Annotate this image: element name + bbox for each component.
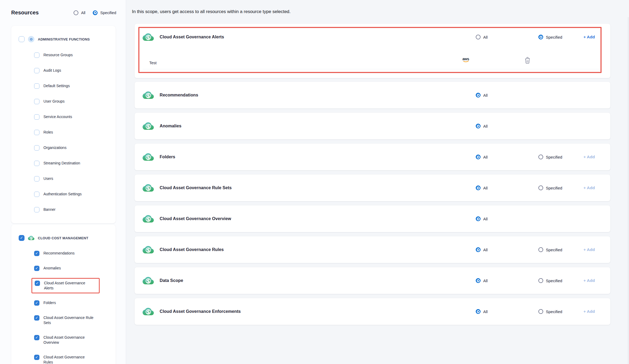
option-specified-radio[interactable]: [538, 185, 543, 190]
option-all-radio[interactable]: [476, 124, 481, 128]
option-all-radio[interactable]: [476, 309, 481, 314]
scope-option-all: All: [74, 10, 85, 15]
sidebar-item-label: User Groups: [43, 99, 64, 104]
option-specified-label: Specified: [546, 248, 562, 252]
item-checkbox[interactable]: [34, 83, 39, 89]
option-all-radio[interactable]: [476, 278, 481, 283]
resource-row-title: Cloud Asset Governance Alerts: [160, 35, 224, 39]
resource-scope-panel: In this scope, users get access to all r…: [126, 0, 629, 364]
cloud-dollar-icon: $: [143, 120, 154, 132]
item-checkbox[interactable]: [34, 176, 39, 181]
svg-text:$: $: [30, 237, 32, 240]
option-all: All: [476, 24, 488, 50]
option-all: All: [476, 175, 488, 201]
scope-radio-group: All Specified: [74, 10, 116, 15]
item-checkbox[interactable]: [34, 335, 39, 340]
group-header-cloud-cost-management: $CLOUD COST MANAGEMENT: [19, 235, 110, 241]
option-all: All: [476, 205, 488, 232]
scope-all-radio[interactable]: [74, 10, 78, 15]
sidebar-item-resource-groups: Resource Groups: [34, 52, 110, 58]
item-checkbox[interactable]: [34, 266, 39, 271]
sidebar-item-cloud-asset-governance-rules: Cloud Asset Governance Rules: [34, 355, 110, 364]
resource-row-header: $Anomalies: [135, 113, 610, 139]
option-specified: Specified: [538, 298, 562, 325]
add-button[interactable]: + Add: [583, 267, 595, 294]
group-checkbox[interactable]: [19, 235, 25, 241]
option-specified: Specified: [538, 144, 562, 170]
resource-row-title: Anomalies: [160, 124, 182, 128]
option-all-radio[interactable]: [476, 155, 481, 159]
sidebar-item-label: Cloud Asset Governance Alerts: [44, 281, 95, 291]
svg-text:$: $: [147, 247, 150, 253]
add-button[interactable]: + Add: [583, 24, 595, 50]
sidebar-item-label: Organizations: [43, 145, 66, 150]
sidebar-item-streaming-destination: Streaming Destination: [34, 161, 110, 166]
cloud-dollar-icon: $: [143, 244, 154, 255]
sidebar-item-label: Audit Logs: [43, 68, 61, 73]
option-specified-radio[interactable]: [538, 247, 543, 252]
option-all: All: [476, 267, 488, 294]
item-checkbox[interactable]: [34, 315, 39, 321]
option-all: All: [476, 236, 488, 263]
scope-option-specified: Specified: [93, 10, 116, 15]
add-button[interactable]: + Add: [583, 298, 595, 325]
option-specified: Specified: [538, 236, 562, 263]
resources-sidebar: Resources All Specified ⚙ADMINISTRATIVE …: [0, 0, 126, 364]
option-all-label: All: [483, 155, 488, 159]
item-checkbox[interactable]: [34, 355, 39, 360]
option-all-label: All: [483, 35, 488, 39]
resource-row-folders: $FoldersAllSpecified+ Add: [135, 144, 610, 170]
option-specified: Specified: [538, 175, 562, 201]
sidebar-item-label: Cloud Asset Governance Overview: [43, 335, 94, 345]
add-button[interactable]: + Add: [583, 144, 595, 170]
add-button[interactable]: + Add: [583, 175, 595, 201]
option-all-radio[interactable]: [476, 216, 481, 221]
option-specified-radio[interactable]: [538, 309, 543, 314]
option-specified-radio[interactable]: [538, 278, 543, 283]
scope-specified-radio[interactable]: [93, 10, 98, 15]
item-checkbox[interactable]: [34, 251, 39, 256]
cloud-dollar-icon: $: [143, 182, 154, 193]
item-checkbox[interactable]: [35, 281, 40, 286]
resource-group-card-cloud-cost-management: $CLOUD COST MANAGEMENTRecommendationsAno…: [11, 225, 116, 364]
add-button[interactable]: + Add: [583, 236, 595, 263]
sidebar-item-cloud-asset-governance-alerts: Cloud Asset Governance Alerts: [31, 278, 100, 293]
sidebar-item-label: Roles: [43, 130, 53, 135]
delete-icon[interactable]: [525, 57, 530, 65]
resource-row-title: Cloud Asset Governance Enforcements: [160, 309, 241, 314]
option-all-radio[interactable]: [476, 35, 481, 39]
item-checkbox[interactable]: [34, 300, 39, 306]
group-label: CLOUD COST MANAGEMENT: [38, 236, 88, 240]
cloud-dollar-icon: $: [143, 151, 154, 163]
aws-smile-arc: [462, 60, 469, 62]
item-checkbox[interactable]: [34, 114, 39, 120]
option-all-radio[interactable]: [476, 185, 481, 190]
option-specified-label: Specified: [546, 278, 562, 283]
option-specified-radio[interactable]: [538, 35, 543, 39]
option-all-radio[interactable]: [476, 93, 481, 98]
scrollbar-track[interactable]: [628, 17, 628, 364]
sidebar-item-label: Resource Groups: [43, 52, 73, 58]
item-checkbox[interactable]: [34, 68, 39, 73]
item-checkbox[interactable]: [34, 207, 39, 212]
aws-logo: aws: [462, 57, 469, 62]
sidebar-item-cloud-asset-governance-overview: Cloud Asset Governance Overview: [34, 335, 110, 345]
sidebar-item-label: Cloud Asset Governance Rules: [43, 355, 94, 364]
svg-text:$: $: [147, 124, 150, 129]
sidebar-item-label: Anomalies: [43, 266, 61, 271]
option-specified-radio[interactable]: [538, 155, 543, 159]
group-header-administrative-functions: ⚙ADMINISTRATIVE FUNCTIONS: [19, 36, 110, 42]
item-checkbox[interactable]: [34, 192, 39, 197]
resource-row-data-scope: $Data ScopeAllSpecified+ Add: [135, 267, 610, 294]
item-checkbox[interactable]: [34, 130, 39, 135]
resource-sub-row: Testaws: [143, 50, 602, 69]
scope-all-label: All: [81, 11, 85, 15]
sidebar-item-users: Users: [34, 176, 110, 181]
item-checkbox[interactable]: [34, 52, 39, 58]
group-checkbox[interactable]: [19, 36, 25, 42]
item-checkbox[interactable]: [34, 161, 39, 166]
item-checkbox[interactable]: [34, 145, 39, 151]
item-checkbox[interactable]: [34, 99, 39, 104]
option-all-radio[interactable]: [476, 247, 481, 252]
sidebar-item-anomalies: Anomalies: [34, 266, 110, 271]
